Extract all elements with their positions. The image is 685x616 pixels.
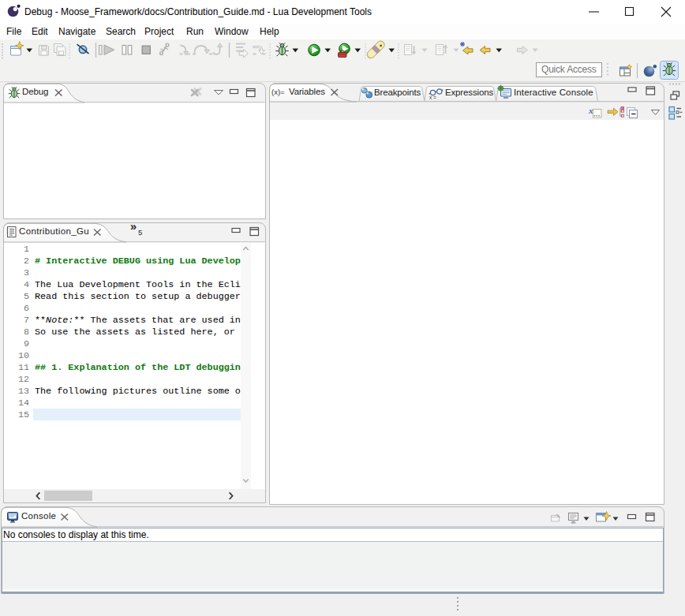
svg-text:=: = (433, 95, 436, 100)
svg-text:x: x (588, 106, 593, 115)
